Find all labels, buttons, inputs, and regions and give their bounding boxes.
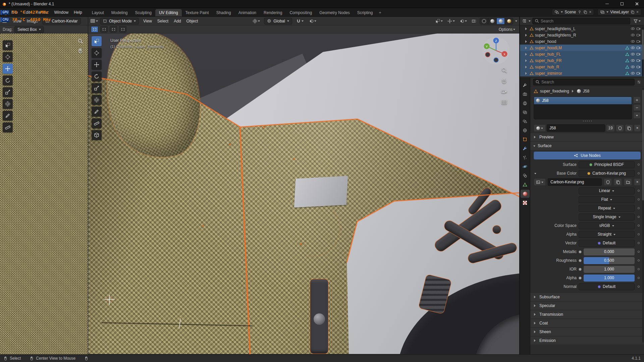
gizmo-y-axis[interactable]: Y — [486, 45, 488, 48]
hide-render-icon[interactable] — [636, 33, 641, 37]
options-dropdown[interactable]: Options — [497, 26, 517, 33]
shading-solid-button[interactable] — [488, 18, 496, 24]
chevron-down-icon[interactable] — [8, 20, 10, 23]
metallic-slider[interactable]: 0.000 — [584, 248, 635, 255]
uv-tool-rotate[interactable] — [3, 75, 13, 85]
ortho-grid-icon[interactable] — [501, 99, 507, 105]
scene-selector[interactable]: Scene × — [552, 9, 594, 15]
hood-decal-patch[interactable] — [294, 176, 348, 208]
panel-specular[interactable]: Specular — [530, 301, 644, 310]
properties-tab-tool[interactable] — [521, 81, 530, 89]
uv-menu-view[interactable]: View — [10, 18, 24, 24]
tab-layout[interactable]: Layout — [88, 9, 108, 16]
normal-menu[interactable]: Default — [579, 283, 635, 290]
zoom-icon[interactable] — [77, 38, 83, 44]
decorator-dot[interactable] — [637, 216, 641, 218]
decorator-dot[interactable] — [637, 286, 641, 288]
shading-wireframe-button[interactable] — [480, 18, 488, 24]
navigation-gizmo[interactable]: Z Y X — [482, 36, 511, 65]
menu-file[interactable]: File — [9, 9, 20, 16]
properties-tab-material[interactable] — [521, 190, 530, 198]
snapping-toggle[interactable] — [295, 18, 305, 24]
suspension-joint[interactable] — [492, 225, 501, 234]
extension-dropdown[interactable]: Repeat — [579, 205, 635, 212]
uv-canvas-carbon-kevlar-texture[interactable] — [0, 34, 88, 354]
decorator-dot[interactable] — [637, 164, 641, 166]
slot-specials-button[interactable] — [633, 112, 641, 119]
decorator-dot[interactable] — [637, 207, 641, 209]
hide-render-icon[interactable] — [636, 71, 641, 75]
tab-geometry-nodes[interactable]: Geometry Nodes — [316, 9, 354, 16]
unlink-scene-icon[interactable]: × — [589, 10, 591, 14]
viewport-canvas[interactable]: User Perspective (1) Collection | super_… — [88, 34, 519, 354]
tool-select-box[interactable] — [92, 36, 102, 46]
camera-view-icon[interactable] — [501, 88, 507, 95]
hide-viewport-icon[interactable] — [631, 58, 635, 63]
tool-cursor[interactable] — [92, 48, 102, 58]
expand-icon[interactable] — [525, 47, 528, 49]
uv-tool-cursor[interactable] — [3, 52, 13, 62]
properties-tab-output[interactable] — [521, 99, 530, 107]
new-scene-icon[interactable] — [583, 10, 587, 14]
uv-tool-move[interactable] — [3, 64, 13, 74]
outliner-search[interactable] — [532, 18, 630, 24]
outliner-item[interactable]: super_intmirror — [520, 70, 644, 76]
uv-tool-annotate[interactable] — [3, 111, 13, 121]
outliner-filter-dropdown[interactable] — [632, 18, 642, 24]
material-slot-active[interactable]: J58 — [534, 97, 632, 104]
expand-icon[interactable] — [525, 40, 528, 43]
panel-coat[interactable]: Coat — [530, 319, 644, 327]
decorator-dot[interactable] — [637, 242, 641, 244]
tool-measure[interactable] — [92, 118, 102, 128]
outliner-item[interactable]: super_hub_FR — [520, 57, 644, 64]
select-mode-subtract-button[interactable] — [110, 26, 117, 33]
properties-tab-world[interactable] — [521, 126, 530, 134]
remove-slot-button[interactable]: − — [633, 104, 641, 111]
uv-tool-scale[interactable] — [3, 87, 13, 97]
pin-icon[interactable] — [578, 10, 582, 14]
browse-image-button[interactable] — [534, 178, 546, 186]
hide-render-icon[interactable] — [636, 39, 641, 44]
filter-options-icon[interactable] — [637, 80, 641, 84]
menu-edit[interactable]: Edit — [20, 9, 33, 16]
decorator-dot[interactable] — [637, 268, 641, 270]
menu-window[interactable]: Window — [51, 9, 71, 16]
close-button[interactable] — [629, 0, 644, 8]
tab-scripting[interactable]: Scripting — [354, 9, 377, 16]
viewlayer-selector[interactable]: ViewLayer × — [597, 9, 641, 15]
properties-scrollbar[interactable] — [642, 88, 644, 343]
object-name[interactable]: super_headlightlens_L — [535, 26, 576, 31]
add-workspace-button[interactable]: + — [377, 9, 384, 16]
decorator-dot[interactable] — [637, 225, 641, 227]
chevron-down-icon[interactable] — [96, 20, 98, 23]
expand-icon[interactable] — [534, 172, 537, 175]
object-name[interactable]: super_hub_FR — [535, 58, 561, 63]
expand-icon[interactable] — [525, 27, 528, 30]
new-material-button[interactable] — [625, 124, 633, 132]
gizmo-z-axis[interactable]: Z — [495, 39, 497, 43]
tab-uv-editing[interactable]: UV Editing — [155, 9, 182, 16]
shading-rendered-button[interactable] — [505, 18, 513, 24]
vp-menu-view[interactable]: View — [141, 18, 154, 24]
tool-annotate[interactable] — [92, 107, 102, 117]
hide-render-icon[interactable] — [636, 52, 641, 56]
image-name-field[interactable]: Carbon-Kevlar.png — [548, 178, 602, 186]
transform-pivot-dropdown[interactable] — [251, 18, 261, 24]
properties-tab-texture[interactable] — [521, 199, 530, 207]
object-name[interactable]: super_intmirror — [535, 71, 562, 76]
outliner-item[interactable]: super_hood — [520, 38, 644, 45]
tool-move[interactable] — [92, 60, 102, 70]
hide-render-icon[interactable] — [636, 26, 641, 31]
use-nodes-button[interactable]: Use Nodes — [534, 152, 641, 160]
decorator-dot[interactable] — [637, 172, 641, 174]
outliner-editor-type-icon[interactable] — [522, 18, 527, 23]
properties-tab-object-data[interactable] — [521, 181, 530, 189]
uv-editor-type-icon[interactable] — [2, 18, 7, 23]
select-mode-new-button[interactable] — [91, 26, 98, 33]
decorator-dot[interactable] — [637, 259, 641, 261]
gizmos-dropdown[interactable] — [446, 18, 456, 24]
material-name-field[interactable]: J58 — [547, 124, 605, 132]
panel-surface[interactable]: Surface — [530, 141, 644, 150]
hide-viewport-icon[interactable] — [631, 33, 635, 37]
viewport-editor-type-icon[interactable] — [90, 18, 95, 23]
